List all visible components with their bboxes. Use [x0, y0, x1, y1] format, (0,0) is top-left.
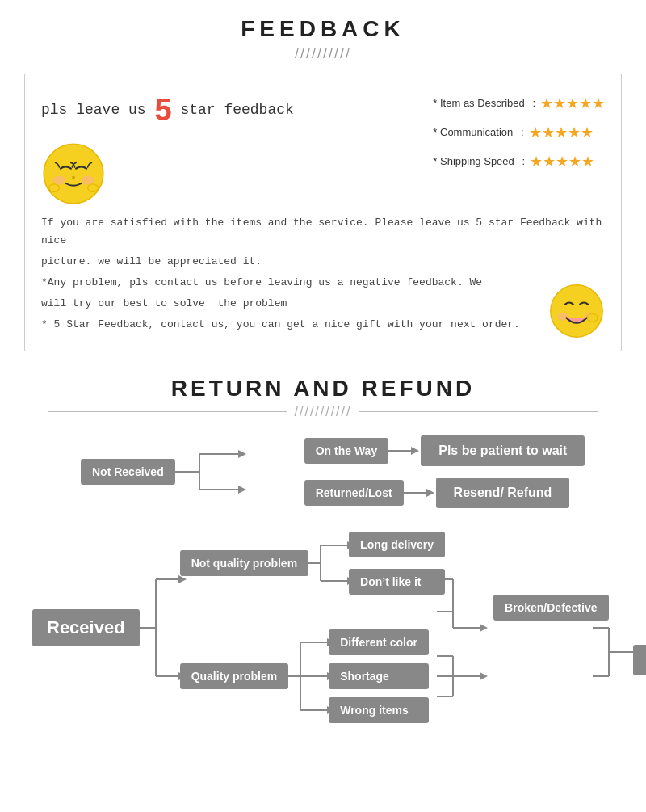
body-line-3: *Any problem, pls contact us before leav…	[41, 274, 605, 292]
svg-point-0	[44, 144, 103, 204]
broken-contact-area: Broken/Defective spacer	[445, 531, 608, 725]
feedback-body: If you are satisfied with the items and …	[41, 214, 605, 334]
not-received-fork-svg	[175, 440, 304, 504]
rating-label-1: * Item as Described	[433, 93, 524, 114]
feedback-intro: pls leave us 5 star feedback	[41, 87, 294, 133]
svg-point-4	[49, 184, 60, 192]
rating-row-3: * Shipping Speed : ★★★★★	[433, 147, 605, 176]
body-line-5: * 5 Star Feedback, contact us, you can g…	[41, 316, 605, 334]
svg-point-5	[88, 184, 99, 192]
on-the-way-row: On the Way Pls be patient to wait	[304, 435, 585, 466]
intro-text-1: pls leave us	[41, 102, 146, 118]
smiley-face-left	[41, 141, 106, 206]
received-fork-svg	[140, 531, 180, 725]
feedback-title-deco: //////////	[24, 45, 622, 62]
stars-2: ★★★★★	[529, 118, 594, 147]
svg-point-11	[587, 313, 598, 322]
not-received-box: Not Received	[81, 459, 175, 485]
to-contact-svg	[593, 531, 641, 725]
feedback-box: pls leave us 5 star feedback	[24, 74, 622, 351]
shortage-box: Shortage	[329, 663, 429, 689]
svg-marker-22	[426, 489, 434, 497]
long-delivery-box: Long delivery	[349, 532, 445, 557]
body-line-4: will try our best to solve the problem	[41, 295, 605, 313]
quality-columns: Not quality problem Long delivery Don’t …	[180, 531, 445, 725]
feedback-left: pls leave us 5 star feedback	[41, 87, 294, 206]
stars-3: ★★★★★	[530, 147, 594, 176]
returned-box: Returned/Lost	[304, 480, 404, 506]
feedback-title: FEEDBACK	[24, 16, 622, 42]
broken-boxes: Broken/Defective spacer	[493, 595, 608, 661]
stars-1: ★★★★★	[540, 89, 605, 118]
feedback-section: FEEDBACK ////////// pls leave us 5 star …	[0, 0, 646, 360]
not-received-branches: On the Way Pls be patient to wait Return…	[304, 435, 585, 508]
wrong-items-box: Wrong items	[329, 697, 429, 723]
quality-fork-svg	[288, 628, 329, 725]
not-quality-sub: Long delivery Don’t like it	[349, 532, 445, 595]
resend-box: Resend/ Refund	[436, 478, 570, 508]
patient-box: Pls be patient to wait	[421, 435, 585, 466]
feedback-top: pls leave us 5 star feedback	[41, 87, 605, 206]
rating-row-1: * Item as Described : ★★★★★	[433, 89, 605, 118]
refund-section: RETURN AND REFUND /////////// Not Receiv…	[0, 360, 646, 741]
svg-point-1	[52, 175, 65, 184]
rating-label-2: * Communication	[433, 122, 513, 143]
svg-marker-15	[238, 450, 246, 458]
quality-sub-boxes: Different color Shortage Wrong items	[329, 629, 429, 723]
arrow-svg-2	[404, 485, 436, 501]
smiley-face-right	[548, 283, 605, 339]
svg-point-3	[72, 176, 75, 179]
rating-colon-1: :	[530, 93, 535, 114]
svg-point-2	[82, 175, 94, 184]
svg-marker-18	[238, 486, 246, 494]
quality-box: Quality problem	[180, 663, 289, 689]
received-flow: Received Not quality problem	[32, 531, 614, 725]
refund-title: RETURN AND REFUND	[24, 376, 622, 402]
rating-colon-2: :	[518, 122, 523, 143]
rating-colon-3: :	[519, 151, 525, 172]
broken-merge-svg	[437, 531, 501, 725]
svg-marker-20	[411, 447, 419, 455]
received-box: Received	[32, 609, 140, 646]
feedback-ratings: * Item as Described : ★★★★★ * Communicat…	[433, 89, 605, 176]
diff-color-box: Different color	[329, 629, 429, 655]
intro-text-2: star feedback	[180, 102, 293, 118]
not-received-flow: Not Received On the Way	[81, 435, 614, 508]
rating-row-2: * Communication : ★★★★★	[433, 118, 605, 147]
refund-divider: ///////////	[48, 405, 598, 419]
quality-row: Quality problem Different color Shortag	[180, 628, 445, 725]
arrow-svg-1	[388, 443, 421, 459]
svg-marker-56	[480, 672, 488, 680]
not-quality-fork-svg	[308, 531, 349, 595]
rating-label-3: * Shipping Speed	[433, 151, 514, 172]
divider-deco: ///////////	[287, 405, 360, 419]
dont-like-box: Don’t like it	[349, 569, 445, 595]
on-the-way-box: On the Way	[304, 438, 389, 464]
returned-lost-row: Returned/Lost Resend/ Refund	[304, 478, 585, 508]
svg-marker-50	[480, 624, 488, 632]
body-line-2: picture. we will be appreciated it.	[41, 253, 605, 271]
not-quality-box: Not quality problem	[180, 550, 308, 576]
not-quality-row: Not quality problem Long delivery Don’t …	[180, 531, 445, 595]
contact-box: Contact us	[633, 645, 647, 675]
body-line-1: If you are satisfied with the items and …	[41, 214, 605, 250]
broken-box: Broken/Defective	[493, 595, 608, 621]
return-diagram: Not Received On the Way	[32, 435, 614, 725]
intro-number: 5	[154, 93, 171, 127]
